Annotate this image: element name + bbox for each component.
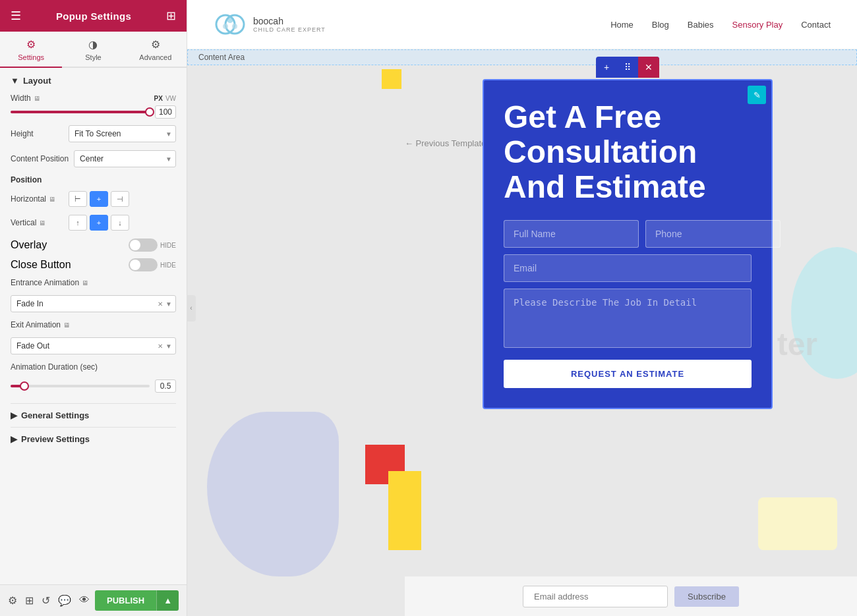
content-position-select-wrapper: Center Top Bottom ▼ (74, 150, 176, 167)
content-position-row: Content Position Center Top Bottom ▼ (11, 150, 176, 167)
tab-settings[interactable]: ⚙ Settings (0, 32, 62, 68)
close-button-row: Close Button HIDE (11, 258, 176, 271)
close-button-label: Close Button (11, 259, 71, 271)
logo-text: boocah (253, 16, 326, 27)
layout-label: Layout (23, 76, 51, 86)
popup-close-btn[interactable]: ✕ (638, 57, 659, 78)
vertical-label: Vertical 🖥 (11, 218, 63, 227)
nav-home[interactable]: Home (610, 20, 634, 30)
popup-email-input[interactable] (504, 254, 752, 282)
general-settings-arrow-icon: ▶ (11, 410, 17, 420)
width-slider[interactable] (11, 111, 150, 113)
panel-title: Popup Settings (56, 11, 131, 22)
width-row: Width 🖥 PX VW 100 (11, 94, 176, 119)
tabs-row: ⚙ Settings ◑ Style ⚙ Advanced (0, 32, 187, 68)
popup-fullname-input[interactable] (504, 220, 639, 248)
close-button-toggle-text: HIDE (160, 262, 176, 269)
settings-bottom-icon[interactable]: ⚙ (8, 594, 17, 607)
width-value[interactable]: 100 (155, 105, 176, 119)
layout-section-header[interactable]: ▼ Layout (11, 76, 176, 86)
h-align-right-btn[interactable]: ⊣ (111, 191, 129, 207)
tab-settings-label: Settings (18, 53, 44, 61)
overlay-label: Overlay (11, 239, 47, 251)
horizontal-row: Horizontal 🖥 ⊢ + ⊣ (11, 191, 176, 207)
px-unit[interactable]: PX (154, 95, 163, 102)
height-select-wrapper: Fit To Screen Custom Min Height ▼ (69, 125, 176, 142)
popup-add-btn[interactable]: + (596, 57, 617, 78)
advanced-icon: ⚙ (151, 38, 160, 51)
v-align-top-btn[interactable]: ↑ (69, 215, 87, 231)
style-icon: ◑ (88, 38, 98, 51)
height-row: Height Fit To Screen Custom Min Height ▼ (11, 125, 176, 142)
entrance-animation-select[interactable]: Fade In Fade Out Zoom In (11, 295, 176, 312)
animation-duration-slider[interactable] (11, 385, 150, 387)
comments-icon[interactable]: 💬 (58, 594, 71, 607)
top-bar: ☰ Popup Settings ⊞ (0, 0, 187, 32)
close-button-toggle[interactable]: HIDE (129, 258, 176, 271)
layout-arrow: ▼ (11, 76, 19, 86)
panel-collapse-handle[interactable]: ‹ (187, 295, 196, 322)
vertical-monitor-icon: 🖥 (39, 219, 45, 227)
site-nav: Home Blog Babies Sensory Play Contact (610, 20, 831, 30)
overlay-toggle[interactable]: HIDE (129, 238, 176, 252)
exit-animation-label: Exit Animation 🖥 (11, 320, 70, 329)
unit-toggle: PX VW (154, 95, 176, 102)
overlay-toggle-knob (130, 240, 140, 250)
width-slider-row: 100 (11, 105, 176, 119)
v-align-middle-btn[interactable]: + (90, 215, 108, 231)
popup-phone-input[interactable] (645, 220, 781, 248)
preview-settings-section: ▶ Preview Settings (11, 427, 176, 451)
popup-name-phone-row (504, 220, 752, 248)
popup-move-btn[interactable]: ⠿ (617, 57, 638, 78)
overlay-row: Overlay HIDE (11, 238, 176, 252)
tab-style[interactable]: ◑ Style (62, 32, 124, 68)
nav-blog[interactable]: Blog (652, 20, 669, 30)
height-select[interactable]: Fit To Screen Custom Min Height (69, 125, 176, 142)
popup-toolbar: + ⠿ ✕ (596, 57, 659, 78)
exit-animation-select[interactable]: Fade Out Fade In Zoom Out (11, 337, 176, 354)
nav-sensory-play[interactable]: Sensory Play (732, 20, 783, 30)
vertical-row: Vertical 🖥 ↑ + ↓ (11, 215, 176, 231)
content-position-select[interactable]: Center Top Bottom (74, 150, 176, 167)
close-button-toggle-track[interactable] (129, 258, 158, 271)
logo-icon (214, 8, 247, 41)
blob-shape (207, 412, 339, 576)
exit-animation-row: Exit Animation 🖥 (11, 320, 176, 329)
left-panel: ☰ Popup Settings ⊞ ⚙ Settings ◑ Style ⚙ … (0, 0, 187, 616)
history-icon[interactable]: ↺ (42, 594, 50, 607)
v-align-bottom-btn[interactable]: ↓ (111, 215, 129, 231)
svg-point-3 (223, 24, 228, 29)
svg-point-4 (232, 24, 237, 29)
popup-overlay: + ⠿ ✕ ✎ Get A Free Consultation And Esti… (398, 66, 857, 616)
publish-arrow-button[interactable]: ▲ (156, 590, 179, 611)
h-align-left-btn[interactable]: ⊢ (69, 191, 87, 207)
preview-settings-header[interactable]: ▶ Preview Settings (11, 434, 176, 444)
nav-contact[interactable]: Contact (801, 20, 831, 30)
tab-advanced[interactable]: ⚙ Advanced (125, 32, 187, 68)
logo-sub: CHILD CARE EXPERT (253, 26, 326, 33)
exit-monitor-icon: 🖥 (63, 322, 70, 329)
popup-box: + ⠿ ✕ ✎ Get A Free Consultation And Esti… (483, 79, 773, 409)
grid-icon[interactable]: ⊞ (166, 9, 176, 23)
popup-edit-button[interactable]: ✎ (748, 86, 766, 104)
general-settings-section: ▶ General Settings (11, 403, 176, 427)
overlay-toggle-track[interactable] (129, 238, 158, 252)
animation-duration-row: Animation Duration (sec) (11, 362, 176, 372)
h-align-center-btn[interactable]: + (90, 191, 108, 207)
publish-btn-group: PUBLISH ▲ (95, 590, 179, 611)
animation-duration-label: Animation Duration (sec) (11, 362, 98, 372)
close-button-toggle-knob (130, 260, 140, 270)
hamburger-icon[interactable]: ☰ (11, 9, 21, 23)
nav-babies[interactable]: Babies (688, 20, 714, 30)
layers-icon[interactable]: ⊞ (25, 594, 34, 607)
vw-unit[interactable]: VW (165, 95, 176, 102)
entrance-animation-select-wrapper: Fade In Fade Out Zoom In ✕ ▼ (11, 295, 176, 312)
animation-duration-value[interactable]: 0.5 (155, 379, 176, 393)
general-settings-header[interactable]: ▶ General Settings (11, 410, 176, 420)
main-area: boocah CHILD CARE EXPERT Home Blog Babie… (187, 0, 857, 616)
publish-button[interactable]: PUBLISH (95, 590, 156, 611)
popup-submit-button[interactable]: REQUEST AN ESTIMATE (504, 360, 752, 388)
eye-icon[interactable]: 👁 (79, 594, 90, 607)
popup-description-textarea[interactable] (504, 289, 752, 348)
entrance-animation-label: Entrance Animation 🖥 (11, 278, 88, 287)
